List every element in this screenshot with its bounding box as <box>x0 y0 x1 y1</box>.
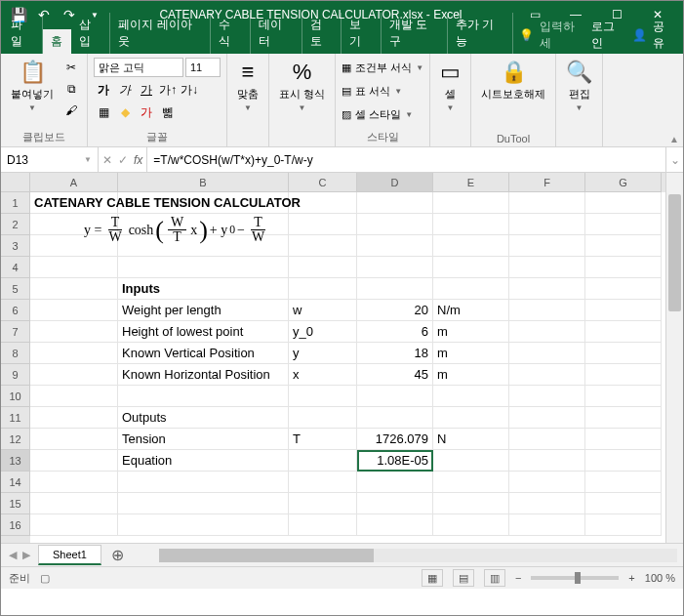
cell[interactable]: 18 <box>357 343 433 364</box>
tab-insert[interactable]: 삽입 <box>71 13 111 54</box>
cell[interactable]: T <box>289 429 357 450</box>
cell[interactable]: 1726.079 <box>357 429 433 450</box>
cell[interactable]: Equation <box>118 450 289 472</box>
cell[interactable]: y <box>289 343 357 364</box>
collapse-ribbon-icon[interactable]: ▲ <box>669 134 679 144</box>
tellme[interactable]: 입력하세 <box>540 19 585 52</box>
cell[interactable]: 45 <box>357 364 433 386</box>
equation-object[interactable]: y = TW cosh ( WT x ) + y0 − TW <box>84 216 269 244</box>
chevron-down-icon[interactable]: ▼ <box>84 155 92 164</box>
underline-button[interactable]: 가 <box>137 80 156 100</box>
border-icon[interactable]: ▦ <box>94 103 113 122</box>
row-header[interactable]: 7 <box>1 321 30 343</box>
font-size-select[interactable] <box>185 58 221 77</box>
cell[interactable]: Known Horizontal Position <box>118 364 289 386</box>
horizontal-scrollbar[interactable] <box>159 549 677 562</box>
tab-developer[interactable]: 개발 도구 <box>382 13 448 54</box>
cell[interactable]: 6 <box>357 321 433 343</box>
cells-button[interactable]: ▭ 셀 ▼ <box>436 58 464 114</box>
cell[interactable]: w <box>289 300 357 321</box>
col-header[interactable]: C <box>289 173 357 192</box>
vertical-scrollbar[interactable] <box>665 173 683 543</box>
prev-sheet-icon[interactable]: ◀ <box>9 549 17 561</box>
phonetic-icon[interactable]: 뼯 <box>158 103 178 122</box>
cell[interactable]: Height of lowest point <box>118 321 289 343</box>
align-button[interactable]: ≡ 맞춤 ▼ <box>233 58 262 114</box>
col-header[interactable]: F <box>509 173 585 192</box>
cell[interactable]: m <box>433 364 509 386</box>
tab-review[interactable]: 검토 <box>302 13 342 54</box>
font-color-icon[interactable]: 가 <box>137 103 156 122</box>
sheet-tab[interactable]: Sheet1 <box>38 545 101 565</box>
row-header[interactable]: 1 <box>1 192 30 214</box>
row-header[interactable]: 3 <box>1 235 30 257</box>
row-header[interactable]: 10 <box>1 386 30 407</box>
tab-addins[interactable]: 추가 기능 <box>448 13 514 54</box>
cell[interactable]: Weight per length <box>118 300 289 321</box>
tab-home[interactable]: 홈 <box>43 29 71 54</box>
expand-formula-icon[interactable]: ⌄ <box>665 147 683 172</box>
share[interactable]: 공유 <box>653 19 676 52</box>
select-all-corner[interactable] <box>1 173 30 192</box>
fx-icon[interactable]: fx <box>134 153 142 167</box>
col-header[interactable]: D <box>357 173 433 192</box>
signin[interactable]: 로그인 <box>591 19 625 52</box>
row-header[interactable]: 6 <box>1 300 30 321</box>
row-header[interactable]: 15 <box>1 493 30 514</box>
pagebreak-view-icon[interactable]: ▥ <box>484 569 505 587</box>
paste-button[interactable]: 📋 붙여넣기 ▼ <box>7 58 58 114</box>
zoom-level[interactable]: 100 % <box>645 572 675 584</box>
cell[interactable]: y_0 <box>289 321 357 343</box>
cancel-formula-icon[interactable]: ✕ <box>102 153 112 167</box>
row-header[interactable]: 13 <box>1 450 30 472</box>
cell[interactable]: m <box>433 321 509 343</box>
fill-color-icon[interactable]: ◆ <box>115 103 135 122</box>
decrease-font-icon[interactable]: 가↓ <box>180 80 199 100</box>
name-box[interactable]: D13 ▼ <box>1 147 99 172</box>
confirm-formula-icon[interactable]: ✓ <box>118 153 128 167</box>
col-header[interactable]: G <box>585 173 662 192</box>
italic-button[interactable]: 가 <box>115 80 135 100</box>
normal-view-icon[interactable]: ▦ <box>422 569 443 587</box>
conditional-format-button[interactable]: ▦조건부 서식▼ <box>342 58 423 77</box>
zoom-slider[interactable] <box>531 576 619 580</box>
col-header[interactable]: A <box>30 173 118 192</box>
cell[interactable]: 20 <box>357 300 433 321</box>
row-header[interactable]: 12 <box>1 429 30 450</box>
row-header[interactable]: 14 <box>1 472 30 493</box>
formatpainter-icon[interactable]: 🖌 <box>61 101 81 120</box>
macro-record-icon[interactable]: ▢ <box>40 572 50 585</box>
zoom-out-icon[interactable]: − <box>515 572 521 584</box>
tab-data[interactable]: 데이터 <box>251 13 302 54</box>
formula-bar[interactable]: =T/w*COSH(w/T*x)+y_0-T/w-y <box>147 147 665 172</box>
cell[interactable]: N <box>433 429 509 450</box>
bold-button[interactable]: 가 <box>94 80 113 100</box>
row-header[interactable]: 9 <box>1 364 30 386</box>
cell[interactable]: Inputs <box>118 278 289 300</box>
cell[interactable]: Known Vertical Position <box>118 343 289 364</box>
pagelayout-view-icon[interactable]: ▤ <box>453 569 474 587</box>
table-format-button[interactable]: ▤표 서식▼ <box>342 81 402 101</box>
tab-view[interactable]: 보기 <box>342 13 382 54</box>
cell-styles-button[interactable]: ▨셀 스타일▼ <box>342 104 413 124</box>
cell[interactable]: CATENARY CABLE TENSION CALCULATOR <box>30 192 118 214</box>
cell[interactable]: Tension <box>118 429 289 450</box>
col-header[interactable]: B <box>118 173 289 192</box>
cell-selected[interactable]: 1.08E-05 <box>357 450 433 472</box>
tab-pagelayout[interactable]: 페이지 레이아웃 <box>110 13 211 54</box>
row-header[interactable]: 2 <box>1 214 30 235</box>
tab-formulas[interactable]: 수식 <box>211 13 251 54</box>
row-header[interactable]: 16 <box>1 514 30 536</box>
tab-file[interactable]: 파일 <box>3 13 43 54</box>
cell[interactable]: Outputs <box>118 407 289 429</box>
add-sheet-icon[interactable]: ⊕ <box>101 546 134 564</box>
font-name-select[interactable] <box>94 58 183 77</box>
row-header[interactable]: 4 <box>1 257 30 278</box>
row-header[interactable]: 5 <box>1 278 30 300</box>
cell[interactable]: m <box>433 343 509 364</box>
sheet-protect-button[interactable]: 🔒 시트보호해제 <box>477 58 549 103</box>
edit-button[interactable]: 🔍 편집 ▼ <box>562 58 596 114</box>
zoom-in-icon[interactable]: + <box>628 572 634 584</box>
row-header[interactable]: 11 <box>1 407 30 429</box>
cell[interactable]: N/m <box>433 300 509 321</box>
